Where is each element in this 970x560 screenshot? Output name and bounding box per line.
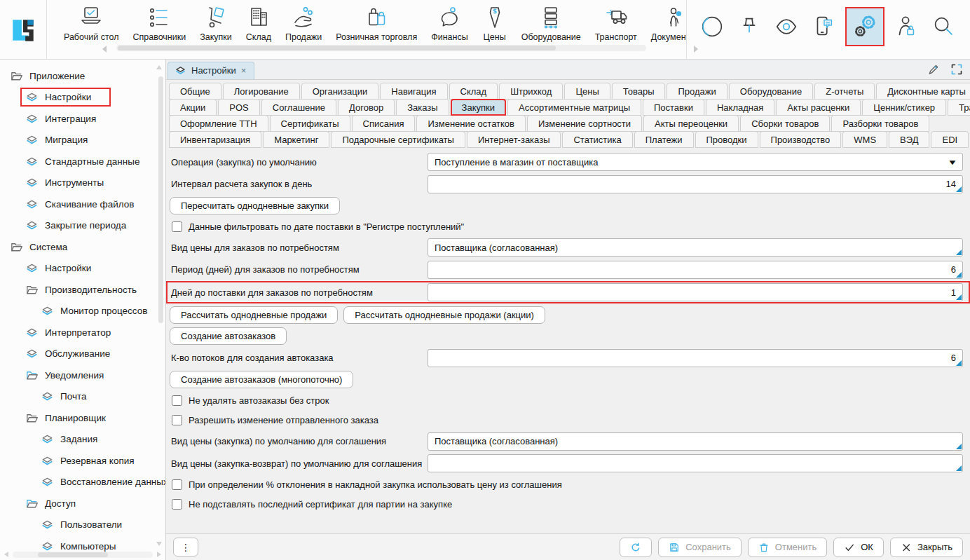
sidebar-folder-item[interactable]: Доступ [0, 493, 165, 514]
sidebar-folder-item[interactable]: Приложение [0, 65, 165, 87]
settings-gears-button[interactable] [845, 7, 884, 46]
toolbar-scrollbar-thumb[interactable] [118, 46, 556, 50]
tab[interactable]: EDI [931, 131, 969, 148]
tab[interactable]: Организации [301, 83, 379, 100]
tab[interactable]: Соглашение [261, 99, 336, 116]
doc-tab-settings[interactable]: Настройки × [168, 62, 254, 79]
tab[interactable]: Инвентаризация [169, 131, 261, 148]
sidebar-item[interactable]: Интеграция [0, 108, 165, 130]
tab[interactable]: Акции [169, 99, 217, 116]
chevron-down-icon[interactable]: ▼ [948, 158, 958, 166]
tab[interactable]: Логирование [223, 83, 300, 100]
form-action-button[interactable]: Пересчитать однодневные закупки [170, 197, 340, 214]
tab[interactable]: Интернет-заказы [467, 131, 561, 148]
ok-button[interactable]: ОК [833, 538, 884, 557]
toolbar-item[interactable]: Продажи [278, 5, 329, 42]
sidebar-item[interactable]: Стандартные данные [0, 151, 165, 172]
tab[interactable]: Дисконтные карты [876, 83, 970, 100]
tab[interactable]: Z-отчеты [814, 83, 875, 100]
user-lock-button[interactable] [891, 9, 922, 44]
toolbar-item[interactable]: Склад [239, 5, 278, 42]
tab[interactable]: Общие [169, 83, 221, 100]
sidebar-item[interactable]: Скачивание файлов [0, 193, 165, 215]
sidebar-item[interactable]: Закрытие периода [0, 215, 165, 237]
sidebar-hscroll-thumb[interactable] [38, 552, 108, 557]
checkbox[interactable] [172, 395, 182, 406]
toolbar-item[interactable]: Розничная торговля [329, 5, 424, 42]
pin-button[interactable] [734, 9, 765, 44]
form-action-button[interactable]: Рассчитать однодневные продажи [170, 306, 338, 324]
tab[interactable]: Сертификаты [270, 115, 350, 132]
sidebar-item[interactable]: Интерпретатор [0, 322, 165, 343]
sidebar-folder-item[interactable]: Система [0, 236, 165, 258]
sidebar-item[interactable]: Почта [0, 386, 165, 408]
tab[interactable]: Проводки [695, 131, 758, 148]
edit-pencil-icon[interactable] [927, 63, 940, 76]
tab[interactable]: Списания [352, 115, 416, 132]
toolbar-scrollbar[interactable] [116, 45, 646, 51]
sidebar-folder-item[interactable]: Планировщик [0, 407, 165, 429]
tab[interactable]: Транспорт [948, 99, 970, 116]
tab[interactable]: Товары [612, 83, 666, 100]
sidebar-item[interactable]: Обслуживание [0, 343, 165, 365]
save-button[interactable]: Сохранить [658, 538, 742, 557]
form-input[interactable]: 6 [428, 261, 963, 279]
tab[interactable]: Склад [449, 83, 498, 100]
sidebar-item[interactable]: Резервная копия [0, 450, 165, 472]
pie-chart-button[interactable] [697, 9, 728, 44]
eye-button[interactable] [771, 9, 802, 44]
tab[interactable]: Оборудование [729, 83, 813, 100]
checkbox[interactable] [172, 499, 182, 510]
tab[interactable]: ВЭД [889, 131, 929, 148]
tab[interactable]: Цены [564, 83, 610, 100]
phone-chat-button[interactable] [808, 9, 839, 44]
search-button[interactable] [928, 9, 959, 44]
sidebar-item[interactable]: Настройки [0, 258, 165, 280]
toolbar-item[interactable]: Транспорт [588, 5, 644, 42]
form-input[interactable]: Поставщика (согласованная) [428, 432, 963, 451]
close-button[interactable]: Закрыть [890, 538, 963, 557]
toolbar-item[interactable]: Документы [644, 5, 686, 42]
tab[interactable]: Сборки товаров [740, 115, 830, 132]
tab[interactable]: Продажи [667, 83, 727, 100]
sidebar-item[interactable]: Миграция [0, 130, 165, 151]
sidebar-horizontal-scrollbar[interactable] [13, 552, 153, 558]
sidebar-item[interactable]: Настройки [0, 87, 165, 109]
sidebar-folder-item[interactable]: Производительность [0, 279, 165, 301]
form-input[interactable]: Поставщика (согласованная) [428, 238, 963, 257]
toolbar-item[interactable]: Рабочий стол [57, 5, 125, 42]
fullscreen-icon[interactable] [950, 63, 963, 76]
sidebar-vscroll-thumb[interactable] [158, 76, 163, 323]
tab[interactable]: Навигация [380, 83, 447, 100]
checkbox[interactable] [172, 479, 182, 490]
tab[interactable]: Платежи [634, 131, 694, 148]
sidebar-item[interactable]: Инструменты [0, 172, 165, 194]
form-action-button[interactable]: Создание автозаказов [170, 327, 287, 345]
sidebar-item[interactable]: Задания [0, 429, 165, 451]
tab[interactable]: Маркетинг [263, 131, 329, 148]
form-input[interactable]: 1 [428, 283, 963, 301]
tab[interactable]: Накладная [706, 99, 774, 116]
form-input[interactable]: 14 [428, 175, 963, 193]
toolbar-item[interactable]: Оборудование [514, 5, 588, 42]
tab[interactable]: Производство [760, 131, 842, 148]
checkbox[interactable] [172, 221, 182, 232]
tab[interactable]: Договор [338, 99, 395, 116]
refresh-button[interactable] [620, 538, 652, 557]
tab[interactable]: Оформление ТТН [169, 115, 268, 132]
toolbar-item[interactable]: Закупки [193, 5, 239, 42]
form-action-button[interactable]: Рассчитать однодневные продажи (акции) [343, 306, 545, 324]
tab[interactable]: Акты переоценки [643, 115, 739, 132]
toolbar-scroll-right-icon[interactable] [694, 46, 698, 53]
sidebar-vertical-scrollbar[interactable] [158, 65, 164, 546]
more-actions-button[interactable]: ⋮ [173, 538, 198, 556]
sidebar-item[interactable]: Пользователи [0, 514, 165, 536]
tab[interactable]: Изменение остатков [416, 115, 526, 132]
form-input[interactable] [428, 454, 963, 472]
cancel-button[interactable]: Отменить [748, 538, 827, 557]
toolbar-item[interactable]: $Цены [475, 5, 514, 42]
sidebar-folder-item[interactable]: Уведомления [0, 364, 165, 386]
tab-selected[interactable]: Закупки [451, 99, 506, 116]
checkbox[interactable] [172, 415, 182, 425]
form-select[interactable]: Поступление в магазин от поставщика▼ [428, 153, 963, 171]
